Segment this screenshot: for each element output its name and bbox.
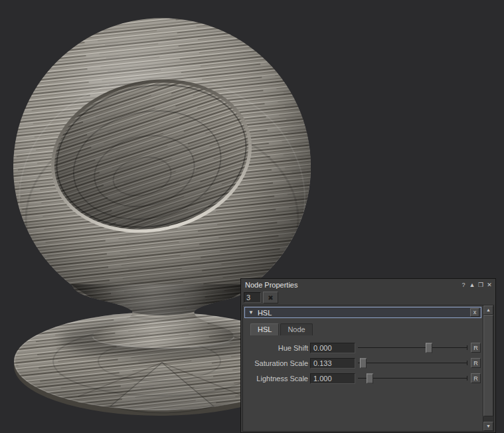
scroll-up-button[interactable]: ▲	[483, 305, 493, 315]
slider-handle[interactable]	[367, 373, 373, 383]
section-title: HSL	[258, 309, 470, 317]
panel-toolbar: 3 ✖	[241, 290, 495, 305]
tab-node[interactable]: Node	[280, 323, 312, 335]
close-icon[interactable]: ✕	[485, 281, 493, 289]
scroll-down-button[interactable]: ▼	[483, 422, 493, 431]
reset-button[interactable]: R	[471, 358, 481, 368]
slider-track	[358, 363, 467, 363]
property-label: Saturation Scale	[244, 359, 310, 367]
chevron-down-icon[interactable]: ▼	[248, 309, 254, 315]
node-index-field[interactable]: 3	[244, 292, 261, 303]
panel-title: Node Properties	[245, 281, 459, 289]
properties-frame: ▼ HSL x HSL Node Hue Shift 0.000	[242, 305, 494, 432]
tab-bar: HSL Node	[250, 323, 481, 335]
property-row-lightness-scale: Lightness Scale 1.000 R	[244, 371, 481, 386]
property-label: Hue Shift	[244, 344, 310, 352]
help-icon[interactable]: ?	[460, 281, 467, 289]
properties-content: ▼ HSL x HSL Node Hue Shift 0.000	[243, 305, 483, 431]
tab-hsl[interactable]: HSL	[250, 323, 279, 335]
property-row-hue-shift: Hue Shift 0.000 R	[244, 340, 481, 355]
scrollbar-thumb[interactable]	[483, 315, 493, 416]
property-row-saturation-scale: Saturation Scale 0.133 R	[244, 355, 481, 371]
property-list: Hue Shift 0.000 R Saturation Scale 0.133	[244, 340, 481, 386]
slider-handle[interactable]	[426, 343, 432, 353]
x-icon: ✖	[268, 294, 273, 302]
node-properties-panel: Node Properties ? ▲ ❐ ✕ 3 ✖ ▼ HSL x	[240, 278, 496, 433]
titlebar-buttons: ? ▲ ❐ ✕	[459, 281, 493, 289]
slider-track	[358, 347, 467, 348]
property-label: Lightness Scale	[244, 375, 310, 383]
reset-button[interactable]: R	[471, 343, 481, 353]
value-field[interactable]: 0.000	[310, 343, 355, 353]
collapse-icon[interactable]: ▲	[468, 281, 476, 289]
reset-button[interactable]: R	[471, 373, 481, 383]
slider-track	[358, 378, 467, 379]
restore-icon[interactable]: ❐	[477, 281, 485, 289]
slider-handle[interactable]	[360, 358, 367, 368]
value-field[interactable]: 1.000	[310, 373, 355, 384]
app-window: Node Properties ? ▲ ❐ ✕ 3 ✖ ▼ HSL x	[0, 0, 504, 433]
node-tool-button[interactable]: ✖	[263, 292, 278, 303]
hsl-section-header[interactable]: ▼ HSL x	[244, 307, 481, 318]
value-field[interactable]: 0.133	[310, 358, 355, 369]
slider[interactable]	[358, 355, 467, 371]
scrollbar[interactable]: ▲ ▼	[483, 305, 493, 431]
slider[interactable]	[358, 340, 467, 355]
slider[interactable]	[358, 371, 467, 386]
panel-titlebar[interactable]: Node Properties ? ▲ ❐ ✕	[241, 279, 495, 290]
section-close-button[interactable]: x	[470, 308, 479, 317]
